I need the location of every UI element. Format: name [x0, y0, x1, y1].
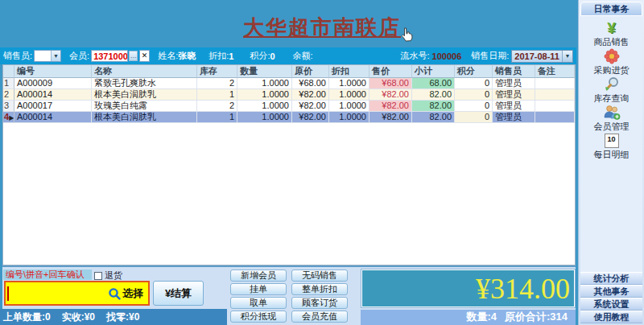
sidebar-header-daily-tasks[interactable]: 日常事务	[580, 2, 642, 16]
table-row[interactable]: 2 A000014 根本美白润肤乳 1 1.0000 ¥82.00 1.0000…	[3, 89, 575, 101]
member-lookup-button[interactable]: …	[129, 51, 138, 61]
table-row[interactable]: 1 A000009 紧致毛孔爽肤水 2 1.0000 ¥68.00 1.0000…	[3, 78, 575, 89]
sale-date-label: 销售日期:	[471, 50, 509, 62]
cell-discount[interactable]: 1.0000	[329, 112, 369, 123]
column-header[interactable]: 名称	[92, 65, 197, 78]
discount-label: 折扣:	[208, 50, 229, 62]
cell-points[interactable]: 0	[455, 101, 493, 112]
hold-order-button[interactable]: 挂单	[230, 283, 287, 295]
cell-stock[interactable]: 2	[197, 101, 237, 112]
cell-qty[interactable]: 1.0000	[237, 112, 292, 123]
column-header[interactable]: 数量	[237, 65, 292, 78]
add-member-button[interactable]: 新增会员	[230, 269, 287, 282]
whole-order-discount-button[interactable]: 整单折扣	[291, 283, 348, 295]
cell-seller[interactable]: 管理员	[493, 89, 535, 101]
cell-code[interactable]: A000009	[14, 78, 92, 89]
cell-code[interactable]: A000017	[14, 101, 92, 112]
customer-order-button[interactable]: 顾客订货	[291, 297, 348, 309]
barcode-input[interactable]: 选择	[4, 281, 150, 306]
table-row[interactable]: 3 A000017 玫瑰美白纯露 2 1.0000 ¥82.00 1.0000 …	[3, 101, 575, 112]
cell-orig-price[interactable]: ¥82.00	[292, 112, 329, 123]
cell-subtotal[interactable]: 82.00	[412, 89, 455, 101]
calendar-icon: 10	[605, 133, 619, 149]
cell-note[interactable]	[535, 112, 575, 123]
summary-quantity: 数量:4	[466, 310, 497, 325]
cell-name[interactable]: 根本美白润肤乳	[92, 89, 197, 101]
cell-sell-price[interactable]: ¥82.00	[369, 89, 412, 101]
sidebar-group-statistics[interactable]: 统计分析	[580, 272, 642, 285]
cell-orig-price[interactable]: ¥82.00	[292, 101, 329, 112]
points-redeem-button[interactable]: 积分抵现	[230, 311, 287, 323]
cell-qty[interactable]: 1.0000	[237, 78, 292, 89]
flower-icon	[604, 48, 620, 64]
column-header[interactable]: 原价	[292, 65, 329, 78]
cell-seller[interactable]: 管理员	[493, 101, 535, 112]
cell-code[interactable]: A000014	[14, 89, 92, 101]
table-row-selected[interactable]: 4▶ A000014 根本美白润肤乳 1 1.0000 ¥82.00 1.000…	[3, 112, 575, 123]
cell-subtotal[interactable]: 68.00	[412, 78, 455, 89]
salesperson-select[interactable]: ▼	[34, 50, 61, 62]
cell-points[interactable]: 0	[455, 78, 493, 89]
cell-note[interactable]	[535, 89, 575, 101]
bottom-panel: 编号\拼音+回车确认 退货 选择 ¥结算 上单数量:0 实收:¥0 找零:¥0 …	[2, 265, 576, 325]
cell-note[interactable]	[535, 101, 575, 112]
sidebar-group-system-settings[interactable]: 系统设置	[580, 298, 642, 311]
sidebar-item-daily-detail[interactable]: 10 每日明细	[580, 133, 642, 161]
settle-button[interactable]: ¥结算	[153, 281, 204, 306]
sale-date-select[interactable]: 2017-08-11 ▼	[511, 50, 573, 63]
column-header[interactable]: 小计	[412, 65, 455, 78]
cell-sell-price[interactable]: ¥82.00	[369, 112, 412, 123]
cell-points[interactable]: 0	[455, 112, 493, 123]
cell-sell-price[interactable]: ¥82.00	[369, 101, 412, 112]
chevron-down-icon[interactable]: ▼	[51, 51, 60, 61]
column-header[interactable]: 积分	[455, 65, 493, 78]
column-header[interactable]: 售价	[369, 65, 412, 78]
column-header[interactable]: 折扣	[329, 65, 369, 78]
member-number-input[interactable]: 1371000000	[91, 50, 128, 62]
column-header[interactable]: 编号	[14, 65, 92, 78]
cell-name[interactable]: 玫瑰美白纯露	[92, 101, 197, 112]
cell-stock[interactable]: 1	[197, 112, 237, 123]
store-banner: 大华超市南联店	[0, 0, 578, 47]
cell-subtotal[interactable]: 82.00	[412, 112, 455, 123]
sidebar-item-stock-query[interactable]: 库存查询	[580, 76, 642, 105]
cell-code[interactable]: A000014	[14, 112, 92, 123]
sidebar-item-purchase[interactable]: 采购进货	[580, 48, 642, 76]
sidebar-group-other-tasks[interactable]: 其他事务	[580, 285, 642, 298]
no-code-sale-button[interactable]: 无码销售	[291, 269, 348, 282]
select-button[interactable]: 选择	[108, 286, 148, 301]
sidebar-item-goods-sale[interactable]: ¥ 商品销售	[580, 20, 642, 48]
total-amount: ¥314.00	[476, 271, 575, 306]
cell-orig-price[interactable]: ¥82.00	[292, 89, 329, 101]
member-clear-button[interactable]: ✕	[139, 50, 150, 62]
cell-name[interactable]: 根本美白润肤乳	[92, 112, 197, 123]
checkbox-icon[interactable]	[94, 272, 102, 280]
cell-qty[interactable]: 1.0000	[237, 89, 292, 101]
cell-seller[interactable]: 管理员	[493, 112, 535, 123]
cell-discount[interactable]: 1.0000	[329, 89, 369, 101]
column-header[interactable]: 备注	[535, 65, 575, 78]
cell-seller[interactable]: 管理员	[493, 78, 535, 89]
cell-discount[interactable]: 1.0000	[329, 78, 369, 89]
cell-qty[interactable]: 1.0000	[237, 101, 292, 112]
cell-subtotal[interactable]: 82.00	[412, 101, 455, 112]
cell-note[interactable]	[535, 78, 575, 89]
cell-stock[interactable]: 2	[197, 78, 237, 89]
retrieve-order-button[interactable]: 取单	[230, 297, 287, 309]
cell-points[interactable]: 0	[455, 89, 493, 101]
chevron-down-icon[interactable]: ▼	[562, 51, 572, 62]
column-header[interactable]: 销售员	[493, 65, 535, 78]
cell-name[interactable]: 紧致毛孔爽肤水	[92, 78, 197, 89]
member-number-value: 1371000000	[93, 51, 128, 61]
return-goods-checkbox[interactable]: 退货	[94, 269, 122, 282]
cell-sell-price[interactable]: ¥68.00	[369, 78, 412, 89]
sidebar-item-label: 商品销售	[594, 36, 630, 48]
sidebar-group-tutorial[interactable]: 使用教程	[580, 311, 642, 323]
cell-discount[interactable]: 1.0000	[329, 101, 369, 112]
row-indicator-current: 4▶	[3, 112, 14, 123]
cell-stock[interactable]: 1	[197, 89, 237, 101]
cell-orig-price[interactable]: ¥68.00	[292, 78, 329, 89]
column-header[interactable]: 库存	[197, 65, 237, 78]
member-recharge-button[interactable]: 会员充值	[291, 311, 348, 323]
sidebar-item-member-management[interactable]: 会员管理	[580, 105, 642, 133]
